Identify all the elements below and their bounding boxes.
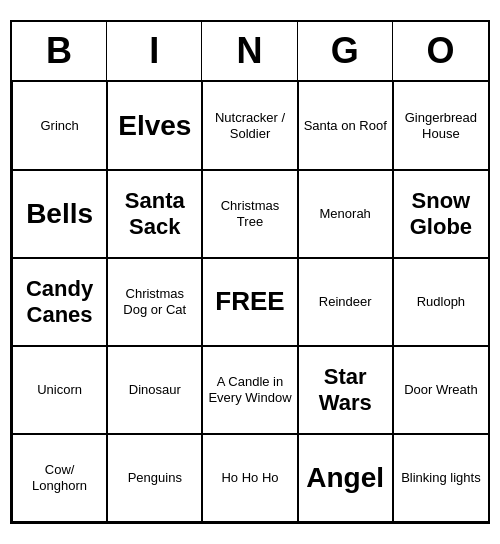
grid-cell-r3-c4: Door Wreath — [393, 346, 488, 434]
grid-cell-r4-c2: Ho Ho Ho — [202, 434, 297, 522]
bingo-card: BINGO GrinchElvesNutcracker / SoldierSan… — [10, 20, 490, 524]
grid-cell-r1-c1: Santa Sack — [107, 170, 202, 258]
grid-cell-r3-c2: A Candle in Every Window — [202, 346, 297, 434]
grid-cell-r1-c2: Christmas Tree — [202, 170, 297, 258]
grid-cell-r3-c1: Dinosaur — [107, 346, 202, 434]
header-letter: O — [393, 22, 488, 80]
grid-cell-r2-c3: Reindeer — [298, 258, 393, 346]
grid-cell-r4-c1: Penguins — [107, 434, 202, 522]
grid-cell-r4-c3: Angel — [298, 434, 393, 522]
grid-cell-r3-c0: Unicorn — [12, 346, 107, 434]
grid-cell-r0-c0: Grinch — [12, 82, 107, 170]
grid-cell-r2-c0: Candy Canes — [12, 258, 107, 346]
grid-cell-r1-c3: Menorah — [298, 170, 393, 258]
grid-cell-r2-c1: Christmas Dog or Cat — [107, 258, 202, 346]
header-letter: N — [202, 22, 297, 80]
grid-cell-r2-c4: Rudloph — [393, 258, 488, 346]
header-letter: I — [107, 22, 202, 80]
grid-cell-r4-c0: Cow/ Longhorn — [12, 434, 107, 522]
grid-cell-r1-c4: Snow Globe — [393, 170, 488, 258]
grid-cell-r0-c3: Santa on Roof — [298, 82, 393, 170]
bingo-grid: GrinchElvesNutcracker / SoldierSanta on … — [12, 82, 488, 522]
grid-cell-r0-c2: Nutcracker / Soldier — [202, 82, 297, 170]
grid-cell-r2-c2: FREE — [202, 258, 297, 346]
grid-cell-r0-c4: Gingerbread House — [393, 82, 488, 170]
grid-cell-r3-c3: Star Wars — [298, 346, 393, 434]
grid-cell-r0-c1: Elves — [107, 82, 202, 170]
bingo-header: BINGO — [12, 22, 488, 82]
grid-cell-r1-c0: Bells — [12, 170, 107, 258]
header-letter: B — [12, 22, 107, 80]
header-letter: G — [298, 22, 393, 80]
grid-cell-r4-c4: Blinking lights — [393, 434, 488, 522]
